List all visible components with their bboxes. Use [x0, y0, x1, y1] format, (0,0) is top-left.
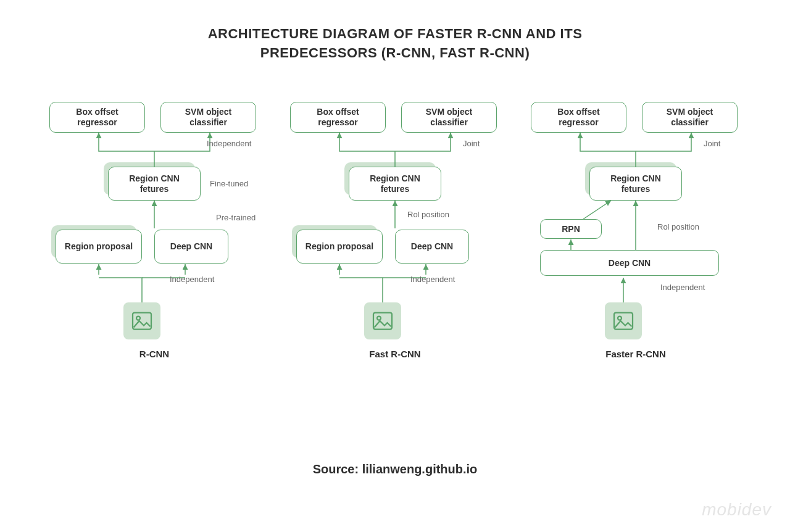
image-icon [131, 310, 153, 332]
svg-point-1 [136, 317, 140, 320]
image-input-icon [364, 302, 401, 339]
annot-joint: Joint [704, 139, 720, 148]
annot-rol-position: Rol position [657, 222, 699, 231]
label: Region CNN fetures [115, 173, 194, 194]
svg-rect-0 [133, 313, 151, 330]
caption-rcnn: R-CNN [37, 349, 272, 359]
caption-faster-rcnn: Faster R-CNN [518, 349, 753, 359]
svg-point-5 [618, 317, 622, 320]
node-deep-cnn: Deep CNN [154, 230, 228, 264]
node-deep-cnn: Deep CNN [540, 250, 719, 276]
node-svm-classifier: SVM object classifier [401, 102, 497, 133]
label: RPN [562, 224, 580, 235]
label: Box offset regressor [538, 107, 620, 128]
label: Box offset regressor [297, 107, 379, 128]
annot-independent-bottom: Independent [170, 275, 214, 284]
annot-independent: Independent [410, 275, 455, 284]
node-deep-cnn: Deep CNN [395, 230, 469, 264]
source-attribution: Source: lilianweng.github.io [0, 462, 790, 476]
caption-fast-rcnn: Fast R-CNN [278, 349, 512, 359]
label: Region proposal [306, 241, 373, 252]
label: Deep CNN [170, 241, 212, 252]
watermark-logo: mobidev [702, 500, 771, 520]
annot-joint: Joint [463, 139, 480, 148]
svg-rect-2 [373, 313, 392, 330]
label: SVM object classifier [649, 107, 731, 128]
column-faster-rcnn: Box offset regressor SVM object classifi… [518, 93, 753, 426]
node-region-cnn-features: Region CNN fetures [349, 167, 441, 201]
label: Deep CNN [609, 258, 651, 268]
title-line-2: PREDECESSORS (R-CNN, FAST R-CNN) [260, 45, 530, 60]
node-svm-classifier: SVM object classifier [642, 102, 738, 133]
label: SVM object classifier [167, 107, 249, 128]
node-box-offset-regressor: Box offset regressor [531, 102, 626, 133]
label: Box offset regressor [56, 107, 138, 128]
image-icon [372, 310, 394, 332]
node-svm-classifier: SVM object classifier [160, 102, 256, 133]
diagram-area: Box offset regressor SVM object classifi… [0, 93, 790, 426]
node-region-cnn-features: Region CNN fetures [108, 167, 201, 201]
image-input-icon [123, 302, 160, 339]
annot-pre-trained: Pre-trained [216, 213, 256, 222]
node-rpn: RPN [540, 219, 602, 239]
label: Region CNN fetures [356, 173, 434, 194]
diagram-title: ARCHITECTURE DIAGRAM OF FASTER R-CNN AND… [0, 0, 790, 63]
label: SVM object classifier [408, 107, 490, 128]
image-icon [612, 310, 634, 332]
node-region-cnn-features: Region CNN fetures [589, 167, 682, 201]
label: Deep CNN [411, 241, 453, 252]
node-box-offset-regressor: Box offset regressor [49, 102, 145, 133]
image-input-icon [605, 302, 642, 339]
label: Region proposal [65, 241, 133, 252]
column-rcnn: Box offset regressor SVM object classifi… [37, 93, 272, 426]
annot-independent: Independent [660, 283, 705, 292]
svg-rect-4 [614, 313, 633, 330]
node-box-offset-regressor: Box offset regressor [290, 102, 386, 133]
column-fast-rcnn: Box offset regressor SVM object classifi… [278, 93, 512, 426]
node-region-proposal: Region proposal [296, 230, 383, 264]
annot-independent-top: Independent [207, 139, 251, 148]
node-region-proposal: Region proposal [56, 230, 142, 264]
annot-fine-tuned: Fine-tuned [210, 179, 248, 188]
label: Region CNN fetures [596, 173, 675, 194]
annot-rol-position: Rol position [407, 210, 449, 219]
svg-point-3 [377, 317, 381, 320]
title-line-1: ARCHITECTURE DIAGRAM OF FASTER R-CNN AND… [208, 26, 583, 41]
